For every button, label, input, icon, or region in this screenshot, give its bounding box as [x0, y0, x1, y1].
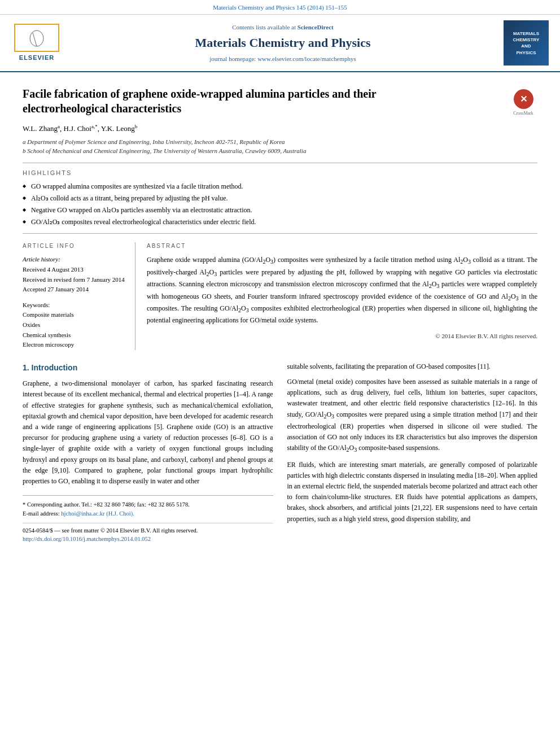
- issn-text: 0254-0584/$ — see front matter © 2014 El…: [23, 526, 273, 535]
- intro-title: 1. Introduction: [23, 361, 273, 374]
- highlight-item-2: Al₂O₃ colloid acts as a titrant, being p…: [23, 194, 537, 203]
- abstract-header: ABSTRACT: [147, 242, 537, 250]
- crossmark-icon: ✕: [514, 89, 533, 109]
- journal-logo-right: MATERIALSCHEMISTRYANDPHYSICS: [504, 20, 549, 65]
- highlight-item-4: GO/Al₂O₃ composites reveal electrorheolo…: [23, 217, 537, 227]
- intro-para-2: suitable solvents, facilitating the prep…: [287, 361, 538, 372]
- journal-reference-bar: Materials Chemistry and Physics 145 (201…: [0, 0, 560, 15]
- footnote-section: * Corresponding author. Tel.: +82 32 860…: [23, 495, 273, 544]
- elsevier-brand: ELSEVIER: [19, 54, 54, 62]
- journal-reference-text: Materials Chemistry and Physics 145 (201…: [213, 4, 347, 11]
- intro-para-1: Graphene, a two-dimensional monolayer of…: [23, 378, 273, 487]
- divider-1: [23, 163, 537, 163]
- elsevier-logo: ELSEVIER: [11, 24, 62, 62]
- article-info-content: Article history: Received 4 August 2013 …: [23, 255, 126, 350]
- body-two-column: 1. Introduction Graphene, a two-dimensio…: [23, 361, 537, 544]
- intro-para-3: GO/metal (metal oxide) composites have b…: [287, 377, 538, 455]
- affiliations: a Department of Polymer Science and Engi…: [23, 137, 537, 156]
- crossmark-badge: ✕ CrossMark: [509, 89, 537, 117]
- abstract-section: ABSTRACT Graphene oxide wrapped alumina …: [147, 242, 537, 350]
- main-content: Facile fabrication of graphene oxide-wra…: [0, 72, 560, 552]
- keyword-4: Electron microscopy: [23, 340, 126, 350]
- authors-line: W.L. Zhanga, H.J. Choia,*, Y.K. Leongb: [23, 123, 537, 134]
- article-info-column: ARTICLE INFO Article history: Received 4…: [23, 242, 135, 350]
- elsevier-tree-icon: [14, 24, 59, 52]
- issn-line: 0254-0584/$ — see front matter © 2014 El…: [23, 523, 273, 544]
- introduction-section: 1. Introduction Graphene, a two-dimensio…: [23, 361, 537, 544]
- email-footnote: E-mail address: hjchoi@inha.ac.kr (H.J. …: [23, 509, 273, 518]
- affiliation-a: a Department of Polymer Science and Engi…: [23, 137, 537, 147]
- keyword-1: Composite materials: [23, 310, 126, 320]
- article-info-header: ARTICLE INFO: [23, 242, 126, 250]
- section-title-text: Introduction: [32, 363, 78, 372]
- doi-link[interactable]: http://dx.doi.org/10.1016/j.matchemphys.…: [23, 535, 273, 544]
- keywords-label: Keywords:: [23, 300, 126, 311]
- keyword-3: Chemical synthesis: [23, 330, 126, 340]
- journal-title: Materials Chemistry and Physics: [62, 34, 504, 52]
- copyright-text: © 2014 Elsevier B.V. All rights reserved…: [147, 332, 537, 340]
- keyword-2: Oxides: [23, 320, 126, 330]
- divider-2: [23, 233, 537, 234]
- email-label: E-mail address:: [23, 510, 60, 517]
- received-revised: Received in revised form 7 January 2014: [23, 275, 126, 285]
- article-title: Facile fabrication of graphene oxide-wra…: [23, 86, 460, 116]
- corresponding-footnote: * Corresponding author. Tel.: +82 32 860…: [23, 500, 273, 509]
- email-address: hjchoi@inha.ac.kr (H.J. Choi).: [61, 510, 134, 517]
- highlights-section: HIGHLIGHTS GO wrapped alumina composites…: [23, 169, 537, 227]
- highlight-item-3: Negative GO wrapped on Al₂O₃ particles a…: [23, 206, 537, 215]
- science-direct-text: ScienceDirect: [298, 24, 334, 30]
- journal-header: ELSEVIER Contents lists available at Sci…: [0, 15, 560, 72]
- body-col-left: 1. Introduction Graphene, a two-dimensio…: [23, 361, 273, 544]
- affiliation-b: b School of Mechanical and Chemical Engi…: [23, 146, 537, 156]
- journal-homepage: journal homepage: www.elsevier.com/locat…: [62, 55, 504, 63]
- history-label: Article history:: [23, 255, 126, 265]
- article-title-section: Facile fabrication of graphene oxide-wra…: [23, 81, 537, 117]
- keywords-section: Keywords: Composite materials Oxides Che…: [23, 300, 126, 350]
- received-date: Received 4 August 2013: [23, 265, 126, 275]
- accepted-date: Accepted 27 January 2014: [23, 285, 126, 295]
- article-info-abstract: ARTICLE INFO Article history: Received 4…: [23, 242, 537, 350]
- intro-para-4: ER fluids, which are interesting smart m…: [287, 460, 538, 525]
- crossmark-label: CrossMark: [513, 110, 533, 116]
- abstract-text: Graphene oxide wrapped alumina (GO/Al2O3…: [147, 255, 537, 326]
- journal-logo-text: MATERIALSCHEMISTRYANDPHYSICS: [513, 30, 540, 56]
- body-col-right: suitable solvents, facilitating the prep…: [287, 361, 538, 544]
- science-direct-link[interactable]: Contents lists available at ScienceDirec…: [62, 23, 504, 32]
- section-number: 1.: [23, 363, 29, 372]
- highlight-item-1: GO wrapped alumina composites are synthe…: [23, 182, 537, 191]
- journal-center-header: Contents lists available at ScienceDirec…: [62, 23, 504, 64]
- highlights-header: HIGHLIGHTS: [23, 169, 537, 177]
